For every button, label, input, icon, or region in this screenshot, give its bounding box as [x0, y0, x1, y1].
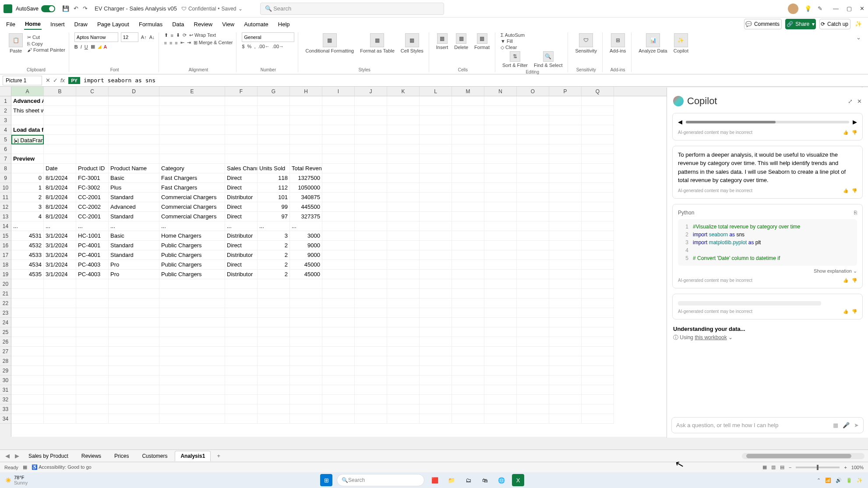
cell[interactable] — [290, 125, 322, 135]
row-header[interactable]: 32 — [0, 395, 11, 404]
cell[interactable] — [355, 154, 387, 164]
cell[interactable] — [290, 318, 322, 327]
cell[interactable] — [582, 231, 614, 241]
cell[interactable] — [355, 193, 387, 202]
cell[interactable] — [549, 250, 582, 260]
cell[interactable] — [387, 144, 420, 154]
cell[interactable] — [109, 279, 159, 289]
cell[interactable] — [517, 376, 549, 385]
cell[interactable] — [517, 212, 549, 221]
cell[interactable] — [582, 260, 614, 270]
cell[interactable] — [484, 289, 517, 298]
cell[interactable] — [582, 318, 614, 327]
cell[interactable]: 2 — [11, 193, 44, 202]
cell[interactable]: 3 — [258, 231, 290, 241]
send-icon[interactable]: ➤ — [854, 422, 859, 428]
cell[interactable] — [355, 250, 387, 260]
col-header-g[interactable]: G — [258, 87, 290, 96]
cell[interactable] — [517, 347, 549, 356]
cell[interactable]: 3 — [11, 202, 44, 212]
cell[interactable] — [582, 241, 614, 250]
cell[interactable] — [484, 404, 517, 414]
cell[interactable] — [76, 279, 109, 289]
cell[interactable] — [290, 356, 322, 366]
view-normal-icon[interactable]: ▦ — [762, 464, 767, 470]
cell[interactable] — [225, 327, 258, 337]
cell[interactable] — [109, 154, 159, 164]
cell[interactable] — [322, 298, 355, 308]
cell[interactable] — [355, 318, 387, 327]
cell[interactable] — [322, 96, 355, 106]
cell[interactable] — [225, 395, 258, 404]
number-format-select[interactable] — [242, 32, 294, 42]
cell[interactable] — [76, 154, 109, 164]
cell[interactable] — [258, 144, 290, 154]
cell[interactable]: 2 — [258, 241, 290, 250]
cell[interactable] — [484, 173, 517, 183]
horizontal-scrollbar[interactable] — [742, 453, 864, 459]
cell[interactable] — [387, 308, 420, 318]
col-header-o[interactable]: O — [517, 87, 549, 96]
cell[interactable] — [44, 154, 76, 164]
cell[interactable] — [549, 308, 582, 318]
cell[interactable] — [582, 270, 614, 279]
cell[interactable] — [484, 395, 517, 404]
cell[interactable] — [517, 231, 549, 241]
cell[interactable]: 1 — [11, 183, 44, 193]
cell[interactable] — [11, 366, 44, 376]
col-header-f[interactable]: F — [225, 87, 258, 96]
cell[interactable] — [484, 231, 517, 241]
cell[interactable] — [44, 376, 76, 385]
cell[interactable]: Public Chargers — [159, 241, 225, 250]
thumbs-up-icon[interactable]: 👍 — [843, 187, 848, 194]
cell[interactable] — [225, 376, 258, 385]
conditional-formatting-button[interactable]: ▦Conditional Formatting — [303, 32, 356, 54]
insert-cells-button[interactable]: ▦Insert — [434, 32, 450, 51]
cell[interactable] — [387, 270, 420, 279]
cell[interactable] — [290, 347, 322, 356]
thumbs-down-icon[interactable]: 👎 — [852, 129, 857, 136]
cell[interactable] — [452, 193, 484, 202]
cell[interactable]: 1327500 — [290, 173, 322, 183]
cell[interactable] — [322, 193, 355, 202]
row-header[interactable]: 26 — [0, 337, 11, 347]
cell[interactable] — [76, 106, 109, 116]
cell[interactable] — [322, 154, 355, 164]
cell[interactable]: Date — [44, 164, 76, 173]
cell[interactable] — [387, 366, 420, 376]
cell[interactable] — [549, 125, 582, 135]
cell[interactable] — [355, 289, 387, 298]
cell[interactable] — [387, 385, 420, 395]
cell[interactable] — [355, 173, 387, 183]
cell[interactable] — [517, 270, 549, 279]
lightbulb-icon[interactable]: 💡 — [804, 5, 812, 12]
addins-button[interactable]: ⊞Add-ins — [608, 32, 628, 54]
tab-home[interactable]: Home — [24, 19, 42, 30]
row-header[interactable]: 33 — [0, 404, 11, 414]
cell[interactable]: Commercial Chargers — [159, 193, 225, 202]
cell[interactable] — [290, 395, 322, 404]
row-header[interactable]: 3 — [0, 116, 11, 125]
cell[interactable] — [11, 404, 44, 414]
cell[interactable] — [290, 308, 322, 318]
cell[interactable]: ... — [225, 221, 258, 231]
cell[interactable] — [387, 289, 420, 298]
cell[interactable] — [484, 250, 517, 260]
cell[interactable] — [484, 135, 517, 144]
cell[interactable] — [76, 116, 109, 125]
cell[interactable]: 4533 — [11, 250, 44, 260]
cell[interactable] — [387, 202, 420, 212]
cell[interactable] — [355, 106, 387, 116]
cell[interactable]: Plus — [109, 183, 159, 193]
cell[interactable]: PC-4003 — [76, 260, 109, 270]
cell[interactable] — [420, 144, 452, 154]
cell[interactable]: 4532 — [11, 241, 44, 250]
cell[interactable]: 4 — [11, 212, 44, 221]
cell[interactable] — [420, 135, 452, 144]
cell[interactable]: Direct — [225, 183, 258, 193]
cell[interactable] — [322, 231, 355, 241]
cell[interactable] — [109, 395, 159, 404]
cell[interactable] — [420, 241, 452, 250]
cell[interactable] — [11, 347, 44, 356]
cell[interactable] — [159, 308, 225, 318]
